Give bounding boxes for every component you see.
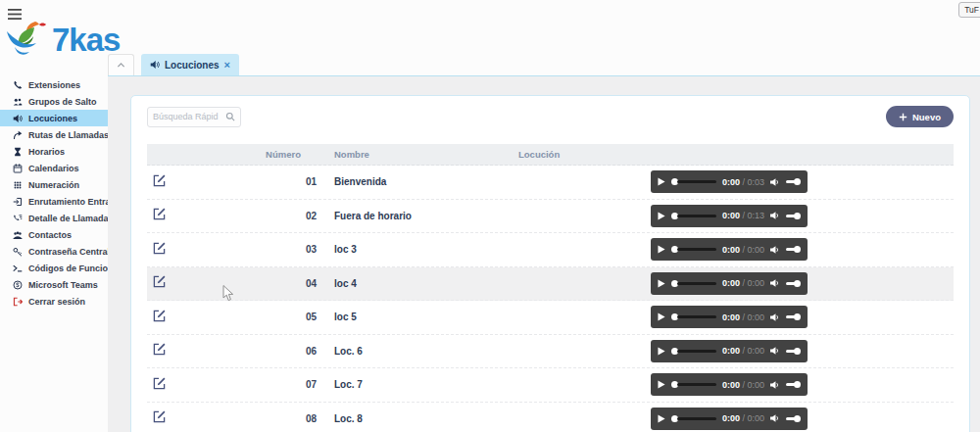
play-icon[interactable]: [658, 177, 665, 186]
volume-icon[interactable]: [770, 380, 780, 390]
edit-icon: [153, 310, 166, 322]
volume-icon[interactable]: [770, 312, 780, 322]
volume-slider[interactable]: [786, 246, 801, 253]
play-icon[interactable]: [658, 245, 665, 254]
sidebar-item[interactable]: Numeración: [0, 176, 108, 193]
edit-icon: [153, 377, 166, 390]
browser-overlay-button[interactable]: TuF: [958, 2, 980, 18]
edit-button[interactable]: [153, 343, 166, 356]
edit-button[interactable]: [153, 208, 166, 220]
edit-button[interactable]: [153, 275, 166, 288]
volume-slider[interactable]: [786, 415, 801, 422]
edit-button[interactable]: [153, 410, 166, 423]
sidebar-item[interactable]: Extensiones: [0, 76, 108, 93]
seek-slider[interactable]: [671, 178, 716, 185]
sidebar-item[interactable]: Contactos: [0, 226, 108, 243]
search-box[interactable]: [147, 107, 241, 127]
sidebar-item[interactable]: Cerrar sesión: [0, 293, 108, 310]
play-icon[interactable]: [658, 414, 665, 423]
volume-knob[interactable]: [794, 415, 801, 422]
table-row: 08 Loc. 8 0:00 /: [147, 403, 954, 432]
audio-player[interactable]: 0:00 / 0:00: [651, 238, 808, 261]
locuciones-table: Número Nombre Locución 01: [147, 144, 954, 432]
search-input[interactable]: [153, 112, 225, 121]
volume-knob[interactable]: [794, 178, 801, 185]
play-icon[interactable]: [658, 347, 665, 356]
volume-slider[interactable]: [786, 348, 801, 355]
sidebar-item[interactable]: Calendarios: [0, 160, 108, 176]
main-content: Nuevo Número Nombre Locución: [108, 76, 980, 432]
seek-slider[interactable]: [671, 213, 716, 219]
sidebar-item-label: Horarios: [28, 147, 65, 157]
table-row: 07 Loc. 7 0:00 /: [147, 368, 954, 403]
volume-knob[interactable]: [794, 313, 801, 320]
sidebar-item[interactable]: Códigos de Funciones: [0, 260, 108, 276]
volume-slider[interactable]: [786, 213, 801, 219]
app-logo: 7kas: [5, 20, 120, 59]
inbound-icon: [13, 197, 23, 207]
time-display: 0:00 / 0:00: [722, 312, 764, 322]
volume-icon[interactable]: [770, 245, 780, 255]
sidebar-item[interactable]: Rutas de Llamadas: [0, 126, 108, 143]
volume-knob[interactable]: [794, 348, 801, 355]
search-icon[interactable]: [225, 112, 235, 121]
play-icon[interactable]: [658, 380, 665, 389]
sidebar-item[interactable]: Grupos de Salto: [0, 93, 108, 110]
volume-knob[interactable]: [794, 280, 801, 287]
audio-player[interactable]: 0:00 / 0:03: [651, 170, 808, 193]
seek-track: [677, 248, 716, 251]
edit-button[interactable]: [153, 310, 166, 322]
seek-slider[interactable]: [671, 280, 716, 287]
play-icon[interactable]: [658, 279, 665, 288]
edit-button[interactable]: [153, 377, 166, 390]
new-button-label: Nuevo: [912, 112, 941, 122]
seek-slider[interactable]: [671, 313, 716, 320]
collapse-tabs-button[interactable]: [108, 54, 134, 75]
edit-button[interactable]: [153, 174, 166, 187]
seek-slider[interactable]: [671, 246, 716, 253]
audio-player[interactable]: 0:00 / 0:00: [651, 408, 808, 430]
sidebar-item[interactable]: Locuciones: [0, 110, 108, 126]
volume-knob[interactable]: [794, 381, 801, 388]
volume-knob[interactable]: [794, 213, 801, 219]
sidebar-item-label: Calendarios: [28, 164, 79, 173]
seek-slider[interactable]: [671, 381, 716, 388]
audio-player[interactable]: 0:00 / 0:00: [651, 373, 808, 396]
current-time: 0:00: [722, 278, 740, 288]
edit-button[interactable]: [153, 242, 166, 255]
volume-icon[interactable]: [770, 211, 780, 220]
volume-icon[interactable]: [770, 177, 780, 187]
seek-slider[interactable]: [671, 348, 716, 355]
volume-icon[interactable]: [770, 346, 780, 356]
audio-player[interactable]: 0:00 / 0:13: [651, 205, 808, 227]
sidebar-item-label: Detalle de Llamadas: [28, 214, 114, 223]
teams-icon: [13, 280, 23, 290]
tab-locuciones[interactable]: Locuciones ×: [141, 54, 239, 75]
row-name: Loc. 8: [318, 413, 505, 424]
volume-slider[interactable]: [786, 178, 801, 185]
volume-slider[interactable]: [786, 381, 801, 388]
volume-slider[interactable]: [786, 280, 801, 287]
sidebar: Extensiones Grupos de Salto Locuciones R…: [0, 76, 108, 432]
current-time: 0:00: [722, 312, 740, 322]
play-icon[interactable]: [658, 212, 665, 220]
tab-close-icon[interactable]: ×: [224, 60, 230, 71]
seek-slider[interactable]: [671, 415, 716, 422]
row-number: 03: [186, 244, 318, 255]
sidebar-item[interactable]: Detalle de Llamadas: [0, 210, 108, 226]
volume-knob[interactable]: [794, 246, 801, 253]
sidebar-item[interactable]: Enrutamiento Entrante: [0, 193, 108, 210]
volume-icon[interactable]: [770, 278, 780, 288]
sidebar-item[interactable]: Contraseña Centralita: [0, 243, 108, 260]
table-row: 03 loc 3 0:00 /: [147, 233, 954, 267]
volume-icon[interactable]: [770, 413, 780, 423]
sidebar-item[interactable]: Microsoft Teams: [0, 276, 108, 293]
sidebar-item[interactable]: Horarios: [0, 143, 108, 160]
play-icon[interactable]: [658, 312, 665, 321]
audio-player[interactable]: 0:00 / 0:00: [651, 306, 808, 328]
duration: 0:00: [748, 413, 765, 423]
audio-player[interactable]: 0:00 / 0:00: [651, 340, 808, 362]
volume-slider[interactable]: [786, 313, 801, 320]
audio-player[interactable]: 0:00 / 0:00: [651, 272, 808, 295]
new-button[interactable]: Nuevo: [886, 106, 954, 127]
